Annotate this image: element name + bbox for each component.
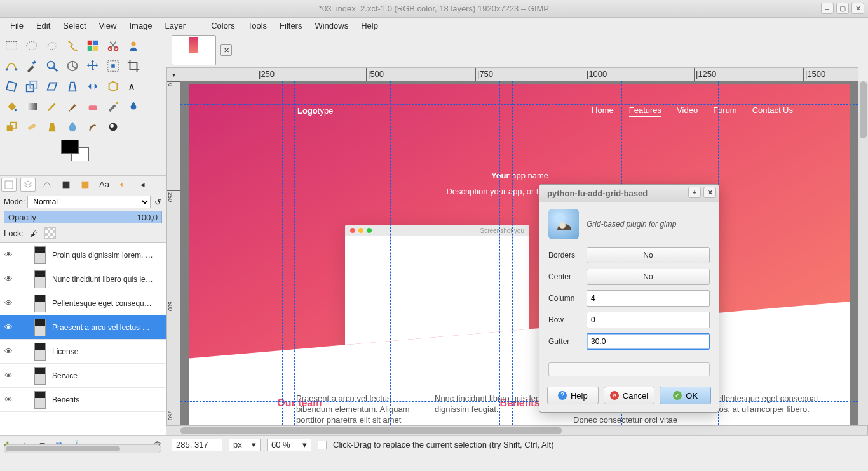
eraser-tool[interactable]	[83, 96, 103, 117]
zoom-tool[interactable]	[42, 56, 62, 76]
navigation-preview-icon[interactable]	[858, 425, 868, 435]
color-picker-tool[interactable]	[22, 56, 42, 76]
smudge-tool[interactable]	[83, 117, 103, 137]
flip-tool[interactable]	[83, 76, 103, 96]
menu-select[interactable]: Select	[57, 19, 92, 32]
pencil-tool[interactable]	[42, 96, 62, 117]
layer-visibility-icon[interactable]: 👁	[4, 371, 13, 380]
image-tab[interactable]: ✕	[172, 35, 216, 65]
horizontal-ruler[interactable]: |250|500|750|1000|1250|1500|1750	[180, 67, 858, 81]
menu-filters[interactable]: Filters	[273, 19, 308, 32]
toolbox-scrollbar[interactable]	[4, 444, 161, 453]
scale-tool[interactable]	[22, 76, 42, 96]
dodge-burn-tool[interactable]	[103, 117, 123, 137]
menu-windows[interactable]: Windows	[308, 19, 355, 32]
foreground-select-tool[interactable]	[123, 36, 144, 56]
heal-tool[interactable]	[22, 117, 42, 137]
menu-edit[interactable]: Edit	[30, 19, 57, 32]
layer-visibility-icon[interactable]: 👁	[4, 347, 13, 356]
crop-tool[interactable]	[123, 56, 144, 76]
paths-tool[interactable]	[1, 56, 22, 76]
tab-tool-options[interactable]	[1, 178, 17, 192]
menu-colors[interactable]: Colors	[205, 19, 241, 32]
airbrush-tool[interactable]	[103, 96, 123, 117]
free-select-tool[interactable]	[42, 36, 62, 56]
perspective-clone-tool[interactable]	[42, 117, 62, 137]
tab-undo-icon[interactable]	[116, 178, 131, 192]
guide-vertical[interactable]	[731, 81, 731, 425]
window-minimize-button[interactable]: –	[821, 3, 834, 14]
by-color-select-tool[interactable]	[83, 36, 103, 56]
ink-tool[interactable]	[123, 96, 144, 117]
vertical-scrollbar[interactable]	[858, 81, 868, 425]
guide-vertical[interactable]	[512, 81, 513, 425]
menu-file[interactable]: File	[4, 19, 30, 32]
tab-paths-icon[interactable]	[39, 178, 55, 192]
help-button[interactable]: ?Help	[547, 387, 599, 404]
layer-row[interactable]: 👁Benefits	[0, 388, 166, 412]
perspective-tool[interactable]	[62, 76, 83, 96]
unit-select[interactable]: px▾	[229, 439, 261, 451]
lock-alpha-icon[interactable]	[44, 227, 56, 239]
lock-pixels-icon[interactable]: 🖌	[30, 229, 38, 238]
text-tool[interactable]: A	[123, 76, 144, 96]
layer-visibility-icon[interactable]: 👁	[4, 322, 13, 332]
rect-select-tool[interactable]	[1, 36, 22, 56]
blend-tool[interactable]	[22, 96, 42, 117]
layer-visibility-icon[interactable]: 👁	[4, 250, 13, 260]
dialog-maximize-button[interactable]: +	[688, 187, 701, 198]
cancel-button[interactable]: ✕Cancel	[604, 387, 655, 404]
guide-horizontal[interactable]	[180, 117, 858, 117]
layer-row[interactable]: 👁Praesent a arcu vel lectus bib...	[0, 315, 166, 340]
color-swatch[interactable]	[61, 140, 166, 175]
dialog-close-button[interactable]: ✕	[703, 187, 716, 198]
zoom-select[interactable]: 60 %▾	[267, 439, 311, 451]
borders-toggle[interactable]: No	[587, 247, 710, 263]
window-close-button[interactable]: ✕	[851, 3, 864, 14]
guide-horizontal[interactable]	[180, 413, 858, 413]
guide-vertical[interactable]	[282, 81, 283, 425]
window-maximize-button[interactable]: ▢	[836, 3, 849, 14]
layer-visibility-icon[interactable]: 👁	[4, 395, 13, 404]
mode-reset-icon[interactable]: ↺	[153, 197, 162, 207]
horizontal-scrollbar[interactable]	[166, 425, 868, 435]
canvas-viewport[interactable]: Logotype HomeFeaturesVideoForumContact U…	[180, 81, 858, 425]
guide-vertical[interactable]	[499, 81, 500, 425]
move-tool[interactable]	[83, 56, 103, 76]
mode-select[interactable]: Normal	[27, 196, 151, 208]
paintbrush-tool[interactable]	[62, 96, 83, 117]
foreground-color[interactable]	[61, 140, 79, 154]
tab-histogram-icon[interactable]	[78, 178, 93, 192]
menu-layer[interactable]: Layer	[159, 19, 193, 32]
vertical-ruler[interactable]: 0250500750	[166, 81, 180, 435]
ruler-origin-toggle[interactable]: ▾	[166, 67, 180, 81]
layer-visibility-icon[interactable]: 👁	[4, 298, 13, 308]
tab-menu-icon[interactable]: ◂	[135, 178, 150, 192]
image-tab-close-icon[interactable]: ✕	[220, 44, 232, 56]
ellipse-select-tool[interactable]	[22, 36, 42, 56]
measure-tool[interactable]	[62, 56, 83, 76]
tab-fonts-icon[interactable]: Aa	[97, 178, 112, 192]
cage-tool[interactable]	[103, 76, 123, 96]
layer-row[interactable]: 👁Service	[0, 364, 166, 388]
guide-vertical[interactable]	[294, 81, 295, 425]
layer-row[interactable]: 👁License	[0, 340, 166, 364]
bucket-fill-tool[interactable]	[1, 96, 22, 117]
layer-row[interactable]: 👁Nunc tincidunt libero quis leo...	[0, 267, 166, 291]
clone-tool[interactable]	[1, 117, 22, 137]
layer-visibility-icon[interactable]: 👁	[4, 274, 13, 284]
guide-horizontal[interactable]	[180, 104, 858, 105]
menu-image[interactable]: Image	[123, 19, 158, 32]
tab-channels-icon[interactable]	[58, 178, 74, 192]
guide-vertical[interactable]	[390, 81, 391, 425]
tab-layers[interactable]	[20, 178, 36, 192]
row-input[interactable]	[587, 312, 710, 328]
dialog-titlebar[interactable]: python-fu-add-grid-based + ✕	[539, 185, 719, 202]
align-tool[interactable]	[103, 56, 123, 76]
opacity-slider[interactable]: Opacity 100,0	[4, 211, 162, 223]
layer-row[interactable]: 👁Pellentesque eget consequat er...	[0, 291, 166, 315]
rotate-tool[interactable]	[1, 76, 22, 96]
shear-tool[interactable]	[42, 76, 62, 96]
gutter-input[interactable]	[587, 333, 710, 350]
fuzzy-select-tool[interactable]	[62, 36, 83, 56]
